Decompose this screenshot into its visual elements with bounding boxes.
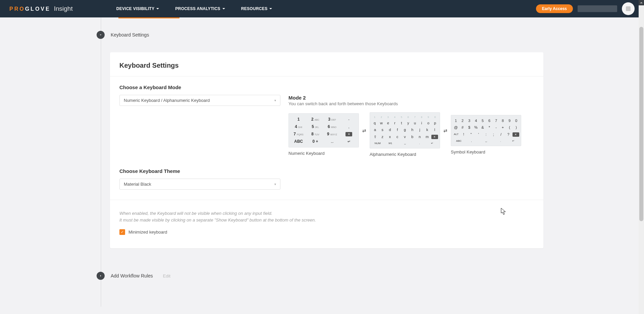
product-name: Insight xyxy=(54,5,73,12)
mode-description: You can switch back and forth between th… xyxy=(288,101,534,106)
numeric-keyboard-label: Numeric Keyboard xyxy=(288,151,359,156)
symbol-keyboard-preview: 1234567890 @#$%&*-+() ALT!"':;/?✕ ABC,⎵.… xyxy=(451,115,521,146)
section-title-workflow: Add Workflow Rules xyxy=(111,273,153,278)
nav-device-visibility[interactable]: DEVICE VISIBILITY xyxy=(116,6,159,11)
alpha-keyboard-preview: 1234567890 qwertyuiop asdfghjkl ⇧zxcvbnm… xyxy=(370,112,440,148)
chevron-down-icon xyxy=(222,8,225,9)
vertical-scrollbar[interactable] xyxy=(639,0,644,307)
timeline-rail xyxy=(101,17,101,307)
numeric-keyboard-preview: 12ABC3DEF- 4GHI5JKL6MNO, 7PQRS8TUV9WXYZ✕… xyxy=(288,113,359,147)
chevron-right-icon xyxy=(99,274,103,278)
divider xyxy=(110,200,543,200)
minimized-keyboard-label: Minimized keyboard xyxy=(128,230,167,235)
keyboard-theme-select[interactable]: Material Black ▾ xyxy=(119,179,280,190)
logo[interactable]: PROGLOVE Insight xyxy=(9,5,73,12)
keyboard-mode-select[interactable]: Numeric Keyboard / Alphanumeric Keyboard… xyxy=(119,95,280,106)
main-nav: DEVICE VISIBILITY PROCESS ANALYTICS RESO… xyxy=(116,6,272,11)
logo-pro: PRO xyxy=(9,6,25,12)
expand-workflow-section-button[interactable] xyxy=(97,272,105,280)
symbol-keyboard-label: Symbol Keyboard xyxy=(451,149,521,154)
minimized-keyboard-note: When enabled, the Keyboard will not be v… xyxy=(119,210,534,223)
avatar-icon xyxy=(626,6,631,11)
logo-glove: GLOVE xyxy=(25,6,51,12)
workflow-edit-link[interactable]: Edit xyxy=(163,273,170,278)
scroll-up-button[interactable] xyxy=(639,0,644,5)
keyboard-settings-card: Keyboard Settings Choose a Keyboard Mode… xyxy=(110,52,543,248)
scroll-thumb[interactable] xyxy=(639,27,643,221)
mode-name: Mode 2 xyxy=(288,95,534,101)
nav-process-analytics[interactable]: PROCESS ANALYTICS xyxy=(175,6,225,11)
collapse-keyboard-section-button[interactable] xyxy=(97,31,105,39)
caret-down-icon: ▾ xyxy=(274,182,276,186)
keyboard-theme-label: Choose Keyboard Theme xyxy=(119,168,534,174)
nav-resources[interactable]: RESOURCES xyxy=(241,6,272,11)
card-title: Keyboard Settings xyxy=(119,62,534,69)
section-title-keyboard: Keyboard Settings xyxy=(111,32,149,38)
chevron-down-icon xyxy=(99,33,103,37)
minimized-keyboard-checkbox[interactable]: ✓ xyxy=(119,229,125,235)
user-name-placeholder xyxy=(578,5,617,12)
caret-down-icon: ▾ xyxy=(274,99,276,102)
early-access-button[interactable]: Early Access xyxy=(536,4,573,13)
swap-icon: ⇄ xyxy=(362,128,366,141)
swap-icon: ⇄ xyxy=(443,128,447,141)
avatar[interactable] xyxy=(622,2,635,15)
alpha-keyboard-label: Alphanumeric Keyboard xyxy=(370,152,440,157)
top-header: PROGLOVE Insight DEVICE VISIBILITY PROCE… xyxy=(0,0,644,17)
chevron-down-icon xyxy=(156,8,159,9)
keyboard-mode-label: Choose a Keyboard Mode xyxy=(119,84,534,90)
chevron-down-icon xyxy=(269,8,272,9)
